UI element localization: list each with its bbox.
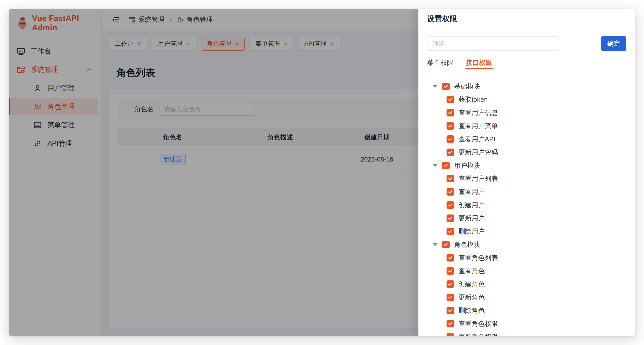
tree-child-row: 查看用户菜单 xyxy=(427,119,627,133)
checkbox-checked[interactable] xyxy=(442,83,450,90)
drawer-title: 设置权限 xyxy=(427,14,457,24)
tree-node-label: 创建用户 xyxy=(458,201,485,210)
tree-child-row: 获取token xyxy=(427,93,627,106)
tree-node-label: 更新用户 xyxy=(458,214,485,223)
tree-child-row: 删除用户 xyxy=(427,225,627,238)
checkbox-checked[interactable] xyxy=(446,214,454,222)
filter-row: 确定 xyxy=(427,36,627,51)
tree-child-row: 更新用户密码 xyxy=(427,146,627,159)
tree-child-row: 查看用户信息 xyxy=(427,106,627,119)
tree-node-label: 查看用户列表 xyxy=(458,174,498,183)
checkbox-checked[interactable] xyxy=(446,254,454,261)
tree-child-row: 创建角色 xyxy=(427,277,627,291)
tree-node-label: 查看角色 xyxy=(458,266,485,275)
tab-menu-permissions[interactable]: 菜单权限 xyxy=(427,58,454,69)
permissions-drawer: 设置权限 确定 菜单权限 接口权限 基础模块获取token查看用户信息查看用户菜… xyxy=(418,9,636,336)
tree-child-row: 查看角色 xyxy=(427,264,627,277)
checkbox-checked[interactable] xyxy=(446,122,454,130)
checkbox-checked[interactable] xyxy=(446,267,454,275)
tree-node-label: 查看角色权限 xyxy=(458,319,498,328)
tree-node-label: 基础模块 xyxy=(454,82,480,91)
tree-node-label: 更新角色 xyxy=(458,293,485,302)
checkbox-checked[interactable] xyxy=(446,201,454,209)
checkbox-checked[interactable] xyxy=(446,280,454,288)
checkbox-checked[interactable] xyxy=(446,307,454,314)
tree-node-label: 查看角色列表 xyxy=(458,253,498,262)
app-window: Vue FastAPI Admin 工作台 xyxy=(9,9,636,336)
tree-node-label: 查看用户 xyxy=(458,187,485,196)
checkbox-checked[interactable] xyxy=(446,175,454,182)
tree-node-label: 更新用户密码 xyxy=(458,148,498,157)
tree-parent-row: 角色模块 xyxy=(427,238,627,251)
tree-node-label: 创建角色 xyxy=(458,280,485,289)
tree-child-row: 查看角色列表 xyxy=(427,251,627,264)
checkbox-checked[interactable] xyxy=(446,149,454,156)
tree-child-row: 查看用户列表 xyxy=(427,172,627,185)
tree-node-label: 查看用户信息 xyxy=(458,108,498,117)
filter-input[interactable] xyxy=(427,37,559,51)
checkbox-checked[interactable] xyxy=(446,109,454,117)
tree-child-row: 更新用户 xyxy=(427,212,627,225)
caret-down-icon[interactable] xyxy=(431,161,440,170)
tree-node-label: 删除用户 xyxy=(458,227,485,236)
permissions-tree: 基础模块获取token查看用户信息查看用户菜单查看用户API更新用户密码用户模块… xyxy=(427,80,627,336)
checkbox-checked[interactable] xyxy=(446,188,454,196)
tree-child-row: 查看角色权限 xyxy=(427,317,627,330)
tree-parent-row: 用户模块 xyxy=(427,159,627,172)
drawer-header: 设置权限 xyxy=(418,9,636,29)
checkbox-checked[interactable] xyxy=(442,162,450,169)
tree-node-label: 角色模块 xyxy=(454,240,480,249)
tree-child-row: 查看用户API xyxy=(427,133,627,146)
caret-down-icon[interactable] xyxy=(431,82,440,91)
tree-node-label: 查看用户API xyxy=(458,135,495,144)
checkbox-checked[interactable] xyxy=(446,228,454,235)
tree-node-label: 获取token xyxy=(458,95,488,104)
tree-node-label: 删除角色 xyxy=(458,306,485,315)
tab-api-permissions[interactable]: 接口权限 xyxy=(466,58,492,69)
tree-child-row: 查看用户 xyxy=(427,185,627,198)
drawer-tabs: 菜单权限 接口权限 xyxy=(427,58,627,69)
tree-child-row: 删除角色 xyxy=(427,304,627,317)
drawer-body: 确定 菜单权限 接口权限 基础模块获取token查看用户信息查看用户菜单查看用户… xyxy=(418,29,636,336)
confirm-button[interactable]: 确定 xyxy=(601,36,626,51)
checkbox-checked[interactable] xyxy=(446,333,454,336)
tree-node-label: 更新角色权限 xyxy=(458,332,498,336)
tree-child-row: 创建用户 xyxy=(427,198,627,212)
checkbox-checked[interactable] xyxy=(446,135,454,143)
tree-parent-row: 基础模块 xyxy=(427,80,627,93)
caret-down-icon[interactable] xyxy=(431,240,440,249)
tree-child-row: 更新角色 xyxy=(427,291,627,304)
checkbox-checked[interactable] xyxy=(446,320,454,327)
tree-node-label: 用户模块 xyxy=(454,161,480,170)
checkbox-checked[interactable] xyxy=(442,241,450,248)
checkbox-checked[interactable] xyxy=(446,96,454,103)
tree-child-row: 更新角色权限 xyxy=(427,330,627,336)
checkbox-checked[interactable] xyxy=(446,293,454,301)
tree-node-label: 查看用户菜单 xyxy=(458,122,498,131)
